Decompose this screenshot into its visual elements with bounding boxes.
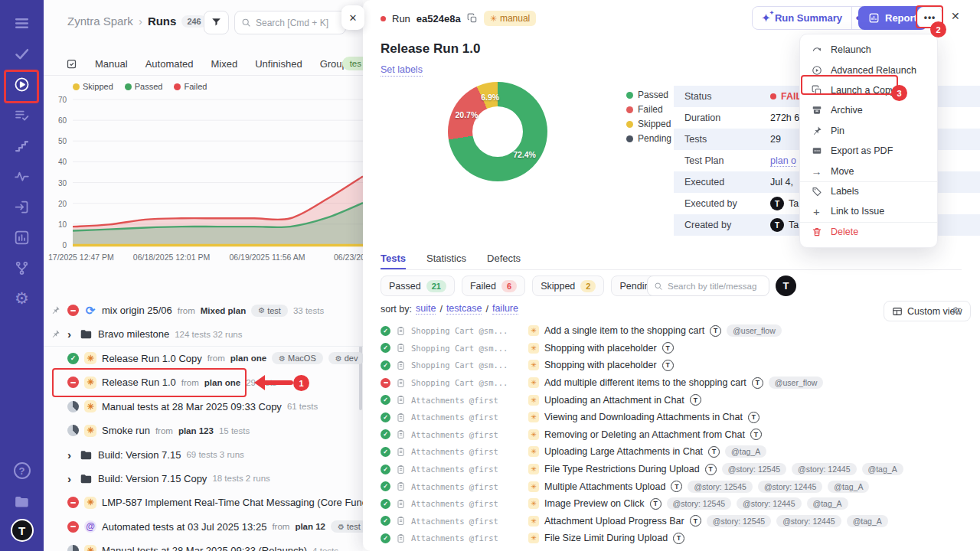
run-group-row[interactable]: ›Build: Version 7.1569 tests 3 runs [44, 442, 363, 466]
breadcrumb-project[interactable]: Zyntra Spark [67, 15, 133, 28]
run-plan-link[interactable]: plan 123 [178, 426, 214, 435]
test-row[interactable]: ✓Attachments @first✳Viewing and Download… [381, 409, 978, 426]
chevron-right-icon[interactable]: › [67, 328, 74, 341]
run-id: ea524e8a [416, 13, 461, 24]
run-group-row[interactable]: ›Bravo milestone124 tests 32 runs [44, 322, 363, 346]
test-row[interactable]: Shopping Cart @sm...✳Add multiple differ… [381, 374, 978, 392]
run-row[interactable]: ✳Release Run 1.0fromplan one29 tests [44, 370, 363, 394]
testcase-icon [396, 465, 406, 474]
test-title: Uploading an Attachment in Chat [544, 395, 684, 406]
test-row[interactable]: ✓Attachments @first✳Image Preview on Cli… [381, 495, 978, 513]
copy-icon[interactable] [467, 13, 478, 24]
filter-chip-failed[interactable]: Failed6 [462, 276, 525, 296]
play-icon[interactable] [9, 71, 35, 97]
bar-chart-icon[interactable] [9, 224, 35, 250]
filter-chip-passed[interactable]: Passed21 [381, 276, 455, 296]
filter-button[interactable] [204, 11, 229, 34]
sort-link-suite[interactable]: suite [416, 303, 436, 315]
tab-tests[interactable]: Tests [381, 253, 406, 269]
pin-icon [51, 305, 62, 315]
test-suite: Shopping Cart @sm... [411, 326, 523, 335]
test-title: File Size Limit During Upload [544, 533, 668, 543]
run-plan-link[interactable]: plan one [230, 354, 266, 363]
menu-item-delete[interactable]: Delete [800, 222, 937, 242]
sort-link-testcase[interactable]: testcase [446, 303, 482, 315]
test-row[interactable]: ✓Attachments @first✳Uploading an Attachm… [381, 391, 978, 409]
result-filters: Passed21Failed6Skipped2Pending0 [381, 276, 684, 296]
runs-tab-mixed[interactable]: Mixed [211, 58, 238, 70]
run-row[interactable]: ✓✳Release Run 1.0 Copyfromplan one⚙MacOS… [44, 347, 363, 370]
runs-search[interactable] [234, 11, 346, 34]
test-row[interactable]: ✓Attachments @first✳Removing or Deleting… [381, 426, 978, 444]
run-row[interactable]: ✳Manual tests at 28 Mar 2025 09:33 (Rela… [44, 539, 363, 551]
runs-search-input[interactable] [256, 18, 339, 28]
run-row[interactable]: ✳Smoke runfromplan 12315 tests [44, 419, 363, 442]
more-actions-button[interactable]: ••• [917, 7, 942, 28]
tab-defects[interactable]: Defects [487, 253, 521, 269]
report-chart-icon [868, 12, 880, 24]
menu-item-archive[interactable]: Archive [800, 100, 937, 120]
list-check-icon[interactable] [9, 102, 35, 128]
filter-chip-skipped[interactable]: Skipped2 [532, 276, 604, 296]
menu-item-launch-a-copy[interactable]: Launch a Copy [800, 80, 937, 100]
chevron-right-icon[interactable]: › [67, 448, 74, 461]
menu-icon[interactable] [9, 10, 35, 36]
folder-icon[interactable] [9, 488, 35, 514]
box-arrow-icon[interactable] [9, 194, 35, 220]
tab-statistics[interactable]: Statistics [426, 253, 466, 269]
chevron-right-icon[interactable]: › [67, 472, 74, 485]
run-plan-link[interactable]: Mixed plan [201, 306, 246, 315]
run-row[interactable]: ⟳mix origin 25/06fromMixed plan⚙test33 t… [44, 298, 363, 322]
menu-item-relaunch[interactable]: Relaunch [800, 40, 937, 60]
check-icon[interactable] [9, 41, 35, 67]
sidebar-avatar[interactable]: T [11, 519, 34, 542]
runs-tab-manual[interactable]: Manual [95, 58, 128, 70]
test-row[interactable]: ✓Shopping Cart @sm...✳Shopping with plac… [381, 340, 978, 357]
view-settings-icon[interactable] [951, 305, 963, 320]
stairs-icon[interactable] [9, 132, 35, 158]
y-axis-tick: 70 [47, 96, 67, 104]
sort-link-failure[interactable]: failure [492, 303, 518, 315]
run-row[interactable]: ✳Manual tests at 28 Mar 2025 09:33 Copy6… [44, 395, 363, 419]
run-row[interactable]: ✳LMP-587 Implement Real-Time Chat Messag… [44, 491, 363, 514]
run-plan-link[interactable]: plan one [204, 378, 240, 387]
runs-panel-close-button[interactable]: ✕ [341, 5, 364, 30]
manual-type-icon: ✳ [528, 343, 539, 354]
test-title: Removing or Deleting an Attachment from … [544, 429, 745, 440]
test-row[interactable]: ✓Attachments @first✳File Size Limit Duri… [381, 530, 978, 547]
test-plan-link[interactable]: plan o [770, 155, 796, 167]
tests-search[interactable] [647, 276, 769, 296]
select-runs-icon[interactable] [66, 58, 77, 70]
run-group-row[interactable]: ›Build: Version 7.15 Copy18 tests 2 runs [44, 467, 363, 491]
assignee-avatar: T [662, 360, 674, 371]
detail-close-button[interactable]: ✕ [951, 10, 960, 22]
run-row[interactable]: @Automated tests at 03 Jul 2025 13:25fro… [44, 515, 363, 539]
run-plan-link[interactable]: plan 12 [295, 522, 325, 531]
set-labels-link[interactable]: Set labels [381, 64, 423, 77]
donut-legend: PassedFailedSkippedPending [626, 90, 671, 144]
test-row[interactable]: ✓Attachments @first✳Multiple Attachments… [381, 478, 978, 495]
status-passed-icon: ✓ [381, 343, 390, 353]
test-row[interactable]: ✓Attachments @first✳Uploading Large Atta… [381, 443, 978, 461]
runs-tab-automated[interactable]: Automated [145, 58, 194, 70]
branch-icon[interactable] [9, 255, 35, 281]
assignee-avatar-button[interactable]: T [776, 276, 796, 296]
gear-icon[interactable]: ⚙ [9, 285, 35, 311]
menu-item-pin[interactable]: Pin [800, 121, 937, 141]
test-row[interactable]: ✓Shopping Cart @sm...✳Shopping with plac… [381, 357, 978, 374]
menu-item-link-to-issue[interactable]: +Link to Issue [800, 201, 937, 221]
menu-item-labels[interactable]: Labels [800, 181, 937, 201]
menu-item-export-as-pdf[interactable]: Export as PDF [800, 141, 937, 161]
menu-item-advanced-relaunch[interactable]: Advanced Relaunch [800, 60, 937, 80]
run-summary-button[interactable]: ✦✦ Run Summary [753, 7, 851, 29]
pulse-icon[interactable] [9, 163, 35, 189]
test-row[interactable]: ✓Shopping Cart @sm...✳Add a single item … [381, 322, 978, 340]
tests-list: ✓Shopping Cart @sm...✳Add a single item … [381, 322, 978, 551]
help-icon[interactable]: ? [9, 458, 35, 484]
test-row[interactable]: ✓Attachments @first✳Attachment Upload Pr… [381, 513, 978, 530]
menu-item-move[interactable]: →Move [800, 161, 937, 181]
test-row[interactable]: ✓Attachments @first✳File Type Restrictio… [381, 461, 978, 478]
runs-tab-unfinished[interactable]: Unfinished [255, 58, 302, 70]
tag-chip[interactable]: tes [342, 57, 363, 70]
tests-search-input[interactable] [668, 282, 763, 291]
